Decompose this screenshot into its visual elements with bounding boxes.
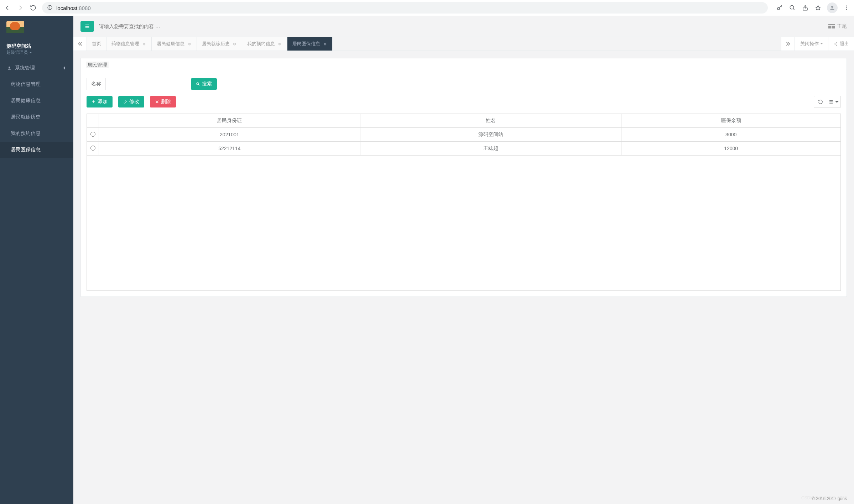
sidebar-item-label: 居民就诊历史 xyxy=(11,114,41,120)
table-empty-area xyxy=(87,156,841,291)
theme-icon xyxy=(828,24,835,29)
edit-icon xyxy=(123,100,127,104)
svg-rect-28 xyxy=(829,103,830,104)
tab-label: 我的预约信息 xyxy=(247,41,275,47)
tab-label: 首页 xyxy=(92,41,101,47)
tab-medication[interactable]: 药物信息管理⊗ xyxy=(106,37,152,51)
close-icon[interactable]: ⊗ xyxy=(323,42,327,46)
theme-label: 主题 xyxy=(837,23,847,30)
svg-rect-16 xyxy=(828,26,831,29)
search-button[interactable]: 搜索 xyxy=(191,78,217,90)
col-select xyxy=(87,114,99,128)
cell-name: 源码空间站 xyxy=(360,128,621,142)
col-balance[interactable]: 医保余额 xyxy=(621,114,841,128)
table-row[interactable]: 52212114 王竑超 12000 xyxy=(87,142,841,156)
url-host: localhost xyxy=(56,5,77,11)
svg-point-9 xyxy=(846,7,847,8)
star-icon[interactable] xyxy=(814,4,822,12)
button-label: 修改 xyxy=(129,99,139,105)
name-input[interactable] xyxy=(105,78,180,90)
section-label: 系统管理 xyxy=(15,65,35,71)
svg-line-19 xyxy=(198,84,199,85)
row-radio[interactable] xyxy=(90,146,95,151)
toggle-sidebar-button[interactable] xyxy=(80,21,94,32)
tab-health[interactable]: 居民健康信息⊗ xyxy=(152,37,197,51)
menu-icon[interactable] xyxy=(843,4,850,12)
button-label: 搜索 xyxy=(202,81,212,87)
row-radio[interactable] xyxy=(90,132,95,137)
cell-id: 52212114 xyxy=(99,142,360,156)
sidebar-item-health[interactable]: 居民健康信息 xyxy=(0,93,73,109)
forward-button[interactable] xyxy=(16,4,24,12)
sidebar-item-insurance[interactable]: 居民医保信息 xyxy=(0,142,73,158)
reload-icon xyxy=(30,5,36,11)
col-name[interactable]: 姓名 xyxy=(360,114,621,128)
global-search-input[interactable] xyxy=(99,23,823,29)
tabs-scroll-left[interactable] xyxy=(73,37,87,51)
url-port: :8080 xyxy=(77,5,91,11)
refresh-icon xyxy=(818,99,823,104)
zoom-icon[interactable] xyxy=(788,4,796,12)
close-icon[interactable]: ⊗ xyxy=(232,42,237,46)
svg-rect-29 xyxy=(830,103,833,104)
reload-button[interactable] xyxy=(29,4,37,12)
svg-rect-27 xyxy=(830,101,833,102)
svg-point-3 xyxy=(777,7,780,10)
chevron-left-icon xyxy=(62,66,66,70)
back-button[interactable] xyxy=(4,4,11,12)
tabs-scroll-right[interactable] xyxy=(781,37,795,51)
person-icon xyxy=(829,5,835,11)
caret-down-icon xyxy=(834,99,839,104)
theme-button[interactable]: 主题 xyxy=(828,23,847,30)
panel-title-bar: 居民管理 xyxy=(81,58,847,72)
sidebar: 源码空间站 超级管理员 系统管理 药物信息管理 居民健康信息 居民就诊历史 我的… xyxy=(0,16,73,504)
svg-point-7 xyxy=(831,6,833,8)
sidebar-item-medication[interactable]: 药物信息管理 xyxy=(0,76,73,93)
caret-down-icon xyxy=(29,51,32,54)
close-icon[interactable]: ⊗ xyxy=(277,42,282,46)
address-bar[interactable]: localhost:8080 xyxy=(42,2,768,14)
logout-icon xyxy=(833,42,838,46)
columns-dropdown-button[interactable] xyxy=(827,96,841,108)
site-name: 源码空间站 xyxy=(6,43,67,49)
sidebar-item-visit-history[interactable]: 居民就诊历史 xyxy=(0,109,73,125)
table-row[interactable]: 2021001 源码空间站 3000 xyxy=(87,128,841,142)
info-icon xyxy=(47,5,53,11)
role-dropdown[interactable]: 超级管理员 xyxy=(6,49,67,56)
role-label: 超级管理员 xyxy=(6,49,28,56)
sidebar-profile: 源码空间站 超级管理员 xyxy=(0,16,73,60)
close-icon[interactable]: ⊗ xyxy=(142,42,146,46)
tab-label: 药物信息管理 xyxy=(111,41,139,47)
dropdown-label: 关闭操作 xyxy=(800,41,819,47)
close-icon[interactable]: ⊗ xyxy=(187,42,192,46)
cell-id: 2021001 xyxy=(99,128,360,142)
add-button[interactable]: 添加 xyxy=(87,96,113,107)
avatar xyxy=(6,21,24,41)
share-icon[interactable] xyxy=(801,4,809,12)
x-icon xyxy=(155,100,159,104)
edit-button[interactable]: 修改 xyxy=(118,96,144,107)
close-operations-dropdown[interactable]: 关闭操作 xyxy=(795,37,828,51)
tab-insurance[interactable]: 居民医保信息⊗ xyxy=(287,37,333,51)
cell-balance: 12000 xyxy=(621,142,841,156)
sidebar-item-reservation[interactable]: 我的预约信息 xyxy=(0,125,73,142)
cell-name: 王竑超 xyxy=(360,142,621,156)
svg-line-5 xyxy=(793,9,795,10)
logout-button[interactable]: 退出 xyxy=(828,37,854,51)
tab-home[interactable]: 首页 xyxy=(87,37,106,51)
tab-visit-history[interactable]: 居民就诊历史⊗ xyxy=(197,37,242,51)
svg-point-2 xyxy=(50,6,50,6)
sidebar-item-label: 药物信息管理 xyxy=(11,81,41,88)
tab-label: 居民健康信息 xyxy=(157,41,184,47)
profile-avatar[interactable] xyxy=(827,2,838,13)
col-id[interactable]: 居民身份证 xyxy=(99,114,360,128)
refresh-table-button[interactable] xyxy=(814,96,827,108)
browser-toolbar: localhost:8080 xyxy=(0,0,854,16)
tab-reservation[interactable]: 我的预约信息⊗ xyxy=(242,37,287,51)
sidebar-section-system[interactable]: 系统管理 xyxy=(0,60,73,76)
logout-label: 退出 xyxy=(840,41,849,47)
key-icon[interactable] xyxy=(776,4,783,12)
svg-point-11 xyxy=(9,67,10,68)
svg-rect-25 xyxy=(830,100,833,101)
delete-button[interactable]: 删除 xyxy=(150,96,176,107)
